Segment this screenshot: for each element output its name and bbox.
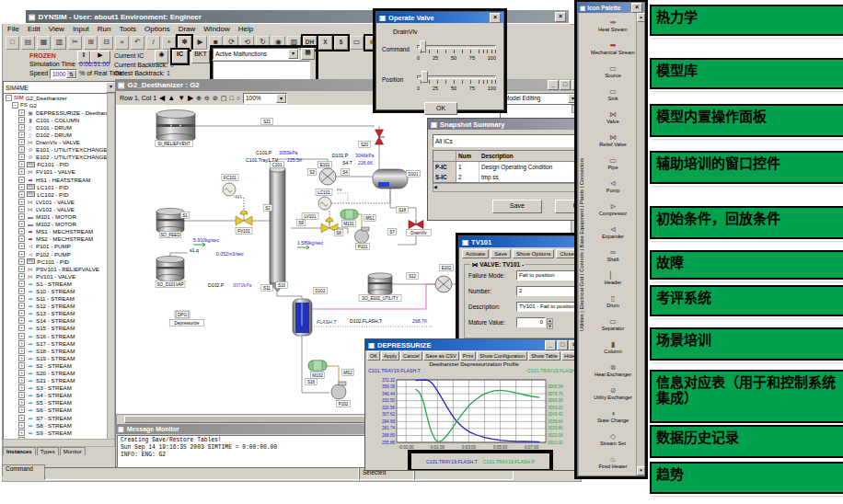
- tree-expander-icon[interactable]: +: [18, 258, 25, 265]
- tree-expander-icon[interactable]: +: [18, 392, 25, 398]
- close-icon[interactable]: ×: [631, 3, 642, 13]
- tree-expander-icon[interactable]: +: [18, 333, 25, 339]
- show-options-button[interactable]: Show Options: [513, 249, 554, 258]
- nav-down-icon[interactable]: ▼: [178, 94, 185, 102]
- tree-item-s16[interactable]: +➡S16 - STREAM: [4, 332, 114, 339]
- snapshot-table-hscrollbar[interactable]: ◀: [433, 183, 584, 192]
- actual-size-icon[interactable]: □: [229, 95, 233, 101]
- chevron-down-icon[interactable]: ▾: [288, 49, 298, 59]
- table-row[interactable]: P-IC1Design Operating Condition: [433, 162, 583, 172]
- tree-expander-icon[interactable]: +: [18, 117, 25, 123]
- tree-item-lc102[interactable]: +PIDLC102 - PID: [4, 190, 114, 198]
- menu-run[interactable]: Run: [98, 25, 111, 33]
- tree-item-s14[interactable]: +➡S14 - STREAM: [4, 317, 114, 325]
- palette-item-sink[interactable]: ▭Sink: [589, 83, 637, 106]
- p102-pump[interactable]: [331, 382, 346, 399]
- open-icon[interactable]: ▤: [21, 36, 35, 50]
- tree-item-s1[interactable]: +➡S1 - STREAM: [4, 280, 114, 287]
- tree-item-s19[interactable]: +➡S19 - STREAM: [4, 354, 114, 361]
- tree-expander-icon[interactable]: +: [18, 325, 25, 331]
- undo-icon[interactable]: ↶: [131, 36, 144, 50]
- close-button[interactable]: Close: [556, 249, 577, 258]
- tree-expander-icon[interactable]: +: [18, 295, 25, 302]
- palette-item-expander[interactable]: ⊲Expander: [589, 221, 637, 244]
- tree-node-g2[interactable]: −FSG2: [4, 101, 114, 109]
- tree-expander-icon[interactable]: +: [18, 161, 25, 167]
- tree-item-c101[interactable]: +▮C101 - COLUMN: [4, 116, 114, 123]
- zoom-in-icon[interactable]: ⊕: [196, 95, 202, 102]
- tree-item-fc101[interactable]: +PIDFC101 - PID: [4, 161, 114, 168]
- fv101-valve[interactable]: [236, 211, 252, 225]
- tree-item-pv101[interactable]: +⋈PV101 - VALVE: [4, 272, 114, 280]
- tree-item-e102[interactable]: +⊘E102 - UTILITYEXCHANGER: [4, 154, 114, 161]
- tree-expander-icon[interactable]: +: [18, 317, 25, 324]
- new-icon[interactable]: □: [6, 36, 19, 50]
- cancel-button[interactable]: Cancel: [400, 351, 422, 361]
- thermo-options-icon[interactable]: ✱: [178, 36, 191, 50]
- cross-reference-button[interactable]: X: [318, 36, 332, 50]
- table-row[interactable]: S-IC2tmp ss: [433, 172, 583, 182]
- palette-category-tabs[interactable]: Utilities | Electrical Grid | Controls |…: [578, 13, 589, 475]
- psv101-relief-valve[interactable]: [375, 130, 386, 144]
- tree-item-p101[interactable]: +⊲P101 - PUMP: [4, 243, 114, 250]
- command-slider[interactable]: 0255075100: [417, 40, 496, 61]
- tree-item-s20[interactable]: +➡S20 - STREAM: [4, 369, 114, 376]
- palette-item-drum[interactable]: ▯Drum: [589, 290, 637, 313]
- tree-tab-instances[interactable]: Instances: [3, 447, 36, 455]
- tree-expander-icon[interactable]: +: [18, 415, 25, 421]
- so-e102-utility-drum[interactable]: [368, 273, 392, 295]
- palette-item-compressor[interactable]: ⊳Compressor: [589, 198, 637, 221]
- minimize-icon[interactable]: _: [548, 80, 559, 90]
- zoom-out-icon[interactable]: ⊖: [204, 95, 210, 102]
- palette-item-stream-set[interactable]: ◇Stream Set: [589, 428, 637, 451]
- run-icon[interactable]: ▶: [193, 36, 207, 50]
- tree-expander-icon[interactable]: +: [18, 177, 25, 183]
- speed-stepper[interactable]: 1000⇅: [50, 69, 77, 79]
- tree-node-g2_deethanizer[interactable]: −SIMG2_Deethanizer: [4, 94, 114, 101]
- e101-exchanger[interactable]: [319, 168, 336, 185]
- tree-item-ms2[interactable]: +➡MS2 - MECHSTREAM: [4, 235, 114, 243]
- maximize-icon[interactable]: □: [557, 340, 568, 350]
- palette-item-source[interactable]: ▭Source: [589, 60, 637, 83]
- c101-column[interactable]: [270, 166, 285, 292]
- command-tab[interactable]: Command: [2, 464, 45, 476]
- tree-item-s4[interactable]: +➡S4 - STREAM: [4, 392, 114, 399]
- tree-expander-icon[interactable]: +: [18, 199, 25, 205]
- tree-item-s8[interactable]: +➡S8 - STREAM: [4, 421, 114, 429]
- trend-icon[interactable]: ▭: [350, 36, 364, 50]
- tree-expander-icon[interactable]: +: [18, 251, 25, 258]
- p101-pump[interactable]: [355, 227, 370, 244]
- save-button[interactable]: Save: [492, 200, 542, 213]
- d101-drum[interactable]: [373, 169, 408, 189]
- tree-expander-icon[interactable]: +: [18, 370, 25, 376]
- tree-expander-icon[interactable]: −: [6, 95, 12, 101]
- drainvlv-valve[interactable]: [409, 219, 423, 229]
- tree-expander-icon[interactable]: +: [18, 228, 25, 235]
- tree-expander-icon[interactable]: +: [18, 191, 25, 198]
- menu-draw[interactable]: Draw: [179, 25, 196, 33]
- palette-item-utility-exchanger[interactable]: ⊘Utility Exchanger: [589, 382, 637, 405]
- palette-item-state-change[interactable]: ◑State Change: [589, 405, 637, 428]
- tree-expander-icon[interactable]: +: [18, 266, 25, 272]
- cut-icon[interactable]: ✂: [68, 36, 82, 50]
- active-malfunctions-combo[interactable]: Active Malfunctions ▾: [213, 48, 299, 60]
- tree-expander-icon[interactable]: +: [18, 124, 25, 131]
- tree-expander-icon[interactable]: +: [18, 384, 25, 391]
- tree-tab-types[interactable]: Types: [37, 447, 59, 455]
- tree-item-m101[interactable]: +▬M101 - MOTOR: [4, 213, 114, 221]
- tree-expander-icon[interactable]: +: [18, 273, 25, 280]
- tree-item-p102[interactable]: +⊲P102 - PUMP: [4, 250, 114, 258]
- palette-item-fired-heater[interactable]: ♨Fired Heater: [589, 451, 637, 474]
- menu-options[interactable]: Options: [144, 25, 170, 33]
- tree-expander-icon[interactable]: +: [18, 288, 25, 294]
- palette-item-header[interactable]: ▏Header: [589, 267, 637, 290]
- si-reliefvent-drum[interactable]: [156, 110, 195, 143]
- nav-right-icon[interactable]: ▶: [188, 94, 193, 102]
- palette-item-mechanical-stream[interactable]: ➡Mechanical Stream: [589, 37, 637, 60]
- tree-expander-icon[interactable]: +: [18, 213, 25, 220]
- tree-item-lv102[interactable]: +⋈LV102 - VALVE: [4, 205, 114, 212]
- field-value-spin[interactable]: 0: [516, 317, 546, 327]
- menu-help[interactable]: Help: [238, 25, 253, 33]
- tree-root-combo[interactable]: SIM4ME▾: [3, 81, 117, 94]
- tree-vertical-scrollbar[interactable]: [107, 93, 115, 440]
